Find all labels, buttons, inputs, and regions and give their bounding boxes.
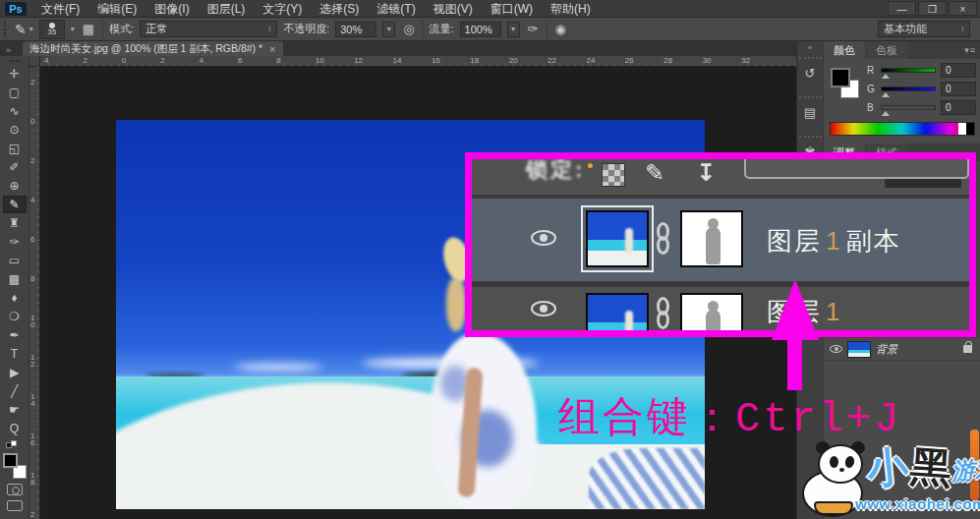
opacity-dropdown[interactable]: ▾ [382,22,395,37]
channel-slider[interactable] [881,105,936,110]
document-tab-bar: » 海边时尚美女.jpg @ 100% (图层 1 副本, RGB/8#) * … [0,41,796,56]
tool-button[interactable]: ☛ [3,401,27,419]
channel-slider[interactable] [881,86,936,91]
channel-row: B 0 [867,98,976,117]
color-spectrum-bar[interactable] [830,122,975,136]
background-layer-row[interactable]: 背景 [824,337,980,361]
brush-tool-preview[interactable]: ✎ ▾ [15,22,33,37]
tool-button[interactable]: T [3,345,27,363]
updown-caret-icon: ↕ [960,25,964,33]
ruler-number: 4 [44,56,83,66]
tool-button[interactable]: ✎ [3,196,27,213]
tool-button[interactable]: ▩ [3,270,27,288]
menu-item[interactable]: 图层(L) [199,0,255,18]
menu-item[interactable]: 滤镜(T) [368,0,424,18]
panel-icon-button[interactable]: ↺ [799,57,822,85]
lock-options-label: 锁定: [526,155,585,185]
collapse-dock-icon[interactable]: « [808,43,812,53]
document-tab[interactable]: 海边时尚美女.jpg @ 100% (图层 1 副本, RGB/8#) * × [23,41,283,56]
panel-menu-icon[interactable]: ▾≡ [964,45,976,55]
menu-item[interactable]: 文字(Y) [254,0,311,18]
tool-button[interactable]: Q [3,420,27,437]
menu-item[interactable]: 编辑(E) [88,0,145,18]
shortcut-annotation: 组合键：Ctrl+J [558,389,901,444]
tab-scroll-icon[interactable]: » [0,45,15,56]
tool-button[interactable]: ✒ [3,326,27,344]
flow-input[interactable]: 100% [460,22,501,37]
woman-hair [446,277,466,331]
brush-size-caret-icon[interactable]: ▾ [71,25,75,33]
airbrush-icon[interactable]: ✑ [526,22,541,36]
menu-item[interactable]: 选择(S) [311,0,368,18]
layer-thumbnail [586,293,649,330]
layer-name: 背景 [876,342,958,357]
blend-mode-select[interactable]: 正常 ↕ [140,21,277,37]
black-swatch[interactable] [966,123,974,135]
pressure-opacity-icon[interactable]: ◎ [401,22,416,36]
tool-button[interactable]: ✛ [3,65,27,83]
workspace-switcher[interactable]: 基本功能 ↕ [878,21,970,37]
quick-mask-icon[interactable] [7,484,23,495]
channel-value[interactable]: 0 [941,100,976,115]
brush-panel-toggle-icon[interactable]: ▦ [81,22,96,36]
channel-slider[interactable] [881,68,936,73]
channel-value[interactable]: 0 [941,82,976,96]
ruler-number: 2 [83,56,121,66]
ruler-number: 8 [30,275,37,315]
channel-value[interactable]: 0 [941,63,976,78]
tool-button[interactable]: ⊙ [3,121,27,139]
layer-thumbnail[interactable] [847,341,871,358]
window-button[interactable]: ❐ [918,1,947,16]
ruler-number: 4 [200,56,238,66]
lock-transparency-icon [602,163,625,187]
window-button[interactable]: — [888,1,916,16]
tool-button[interactable]: ❍ [3,308,27,325]
menu-item[interactable]: 窗口(W) [482,0,542,18]
ruler-number: 2 [30,157,37,197]
pressure-size-icon[interactable]: ◉ [553,22,568,36]
panel-icon-button[interactable]: ▤ [799,96,822,124]
tool-button[interactable]: ▢ [3,84,27,101]
striped-fabric [589,448,705,509]
tool-button[interactable]: ▶ [3,364,27,381]
panel-tab[interactable]: 色板 [866,41,907,59]
menu-item[interactable]: 文件(F) [32,0,88,18]
flow-label: 流量: [430,22,454,36]
menu-item[interactable]: 帮助(H) [542,0,600,18]
tool-button[interactable]: ✑ [3,233,27,251]
tool-button[interactable]: ⊕ [3,177,27,195]
options-bar: ✎ ▾ 35 ▾ ▦ 模式: 正常 ↕ 不透明度: 30% ▾ ◎ 流量: 10… [0,18,980,41]
tool-button[interactable]: ◱ [3,140,27,157]
default-swap-colors-icon[interactable] [6,440,24,449]
ruler-number: 18 [30,472,37,511]
ruler-number: 18 [470,56,508,66]
layer-name: 图层1副本 [767,224,900,259]
menu-item[interactable]: 视图(V) [425,0,482,18]
link-mask-icon [657,297,670,330]
ruler-number: 30 [703,56,741,66]
tool-button[interactable]: ♦ [3,289,27,307]
link-mask-icon [657,222,670,256]
white-swatch[interactable] [958,123,966,135]
channel-label: B [867,102,876,113]
foreground-background-swatches[interactable] [2,453,28,479]
cloud [234,364,322,371]
opacity-input[interactable]: 30% [335,22,376,37]
tool-button[interactable]: ♜ [3,214,27,232]
close-tab-icon[interactable]: × [269,43,275,55]
visibility-eye-icon[interactable] [830,345,842,353]
screen-mode-icon[interactable] [7,500,23,511]
window-button[interactable]: × [949,1,977,16]
tool-button[interactable]: ▭ [3,252,27,269]
tool-button[interactable]: ╱ [3,382,27,400]
opacity-label: 不透明度: [283,22,329,36]
ruler-number: 12 [30,354,37,393]
brush-size-picker[interactable]: 35 [39,20,65,39]
foreground-color-swatch[interactable] [831,68,850,87]
panel-tab[interactable]: 颜色 [824,41,865,59]
tool-button[interactable]: ∿ [3,102,27,120]
menu-item[interactable]: 图像(I) [145,0,198,18]
flow-dropdown[interactable]: ▾ [507,22,520,37]
foreground-color-swatch[interactable] [3,453,18,468]
tool-button[interactable]: ✐ [3,158,27,176]
